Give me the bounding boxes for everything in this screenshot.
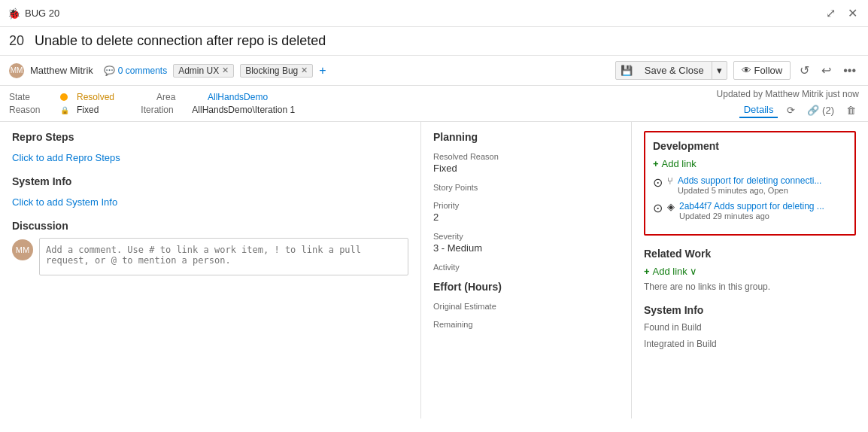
tab-details[interactable]: Details xyxy=(739,102,778,118)
commit-icon-2: ◈ xyxy=(667,201,675,212)
dev-item-2-desc: Adds support for deleting ... xyxy=(714,201,824,211)
reason-row: Reason 🔒 Fixed Iteration AllHandsDemo\It… xyxy=(9,105,717,115)
meta-rows-left: State Resolved Area AllHandsDemo Reason … xyxy=(9,92,717,115)
dev-item-2-commit: 2ab44f7 xyxy=(679,201,712,211)
tag-close-blocking-bug[interactable]: ✕ xyxy=(301,65,308,75)
activity-label: Activity xyxy=(433,263,619,272)
development-section: Development + Add link ⊙ ⑂ Adds support … xyxy=(644,131,856,236)
system-info-title: System Info xyxy=(12,175,408,187)
no-links-text: There are no links in this group. xyxy=(644,281,856,292)
dev-item-1-text[interactable]: Adds support for deleting connecti... xyxy=(678,175,821,186)
save-close-button: 💾 Save & Close ▾ xyxy=(615,61,727,80)
add-tag-button[interactable]: + xyxy=(319,64,326,78)
add-link-dropdown-label: Add link ∨ xyxy=(653,266,698,277)
add-link-label: Add link xyxy=(662,158,697,169)
github-icon-2: ⊙ xyxy=(653,201,663,215)
comment-icon: 💬 xyxy=(104,65,115,76)
integrated-in-build-label: Integrated in Build xyxy=(644,339,856,349)
state-label: State xyxy=(9,92,54,102)
more-button[interactable]: ••• xyxy=(840,61,859,81)
resolved-reason-value[interactable]: Fixed xyxy=(433,163,619,174)
severity-value[interactable]: 3 - Medium xyxy=(433,242,619,254)
development-title: Development xyxy=(653,140,847,152)
resolved-reason-label: Resolved Reason xyxy=(433,152,619,161)
bug-icon: 🐞 xyxy=(8,8,20,20)
save-icon: 💾 xyxy=(616,62,637,79)
story-points-label: Story Points xyxy=(433,183,619,192)
area-value[interactable]: AllHandsDemo xyxy=(208,92,268,102)
state-value[interactable]: Resolved xyxy=(77,92,114,102)
follow-button[interactable]: 👁 Follow xyxy=(733,61,791,80)
left-panel: Repro Steps Click to add Repro Steps Sys… xyxy=(0,122,421,418)
discussion-title: Discussion xyxy=(12,220,408,232)
original-estimate-field: Original Estimate xyxy=(433,302,619,311)
save-close-arrow[interactable]: ▾ xyxy=(712,62,727,79)
effort-title: Effort (Hours) xyxy=(433,281,619,293)
lock-icon: 🔒 xyxy=(60,106,69,114)
planning-title: Planning xyxy=(433,131,619,143)
remaining-label: Remaining xyxy=(433,320,619,329)
undo-button[interactable]: ↩ xyxy=(818,60,834,81)
dev-item-2-meta: Updated 29 minutes ago xyxy=(679,211,824,221)
reason-value: Fixed xyxy=(77,105,99,115)
related-work-title: Related Work xyxy=(644,248,856,260)
severity-label: Severity xyxy=(433,232,619,241)
iteration-value[interactable]: AllHandsDemo\Iteration 1 xyxy=(192,105,295,115)
meta-container: State Resolved Area AllHandsDemo Reason … xyxy=(0,86,868,122)
expand-button[interactable]: ⤢ xyxy=(823,5,839,22)
priority-value[interactable]: 2 xyxy=(433,211,619,223)
system-info-add[interactable]: Click to add System Info xyxy=(12,193,408,211)
avatar: MM xyxy=(9,63,24,78)
pr-icon-1: ⑂ xyxy=(667,175,673,187)
refresh-button[interactable]: ↺ xyxy=(797,60,812,81)
middle-panel: Planning Resolved Reason Fixed Story Poi… xyxy=(421,122,632,418)
commenter-avatar: MM xyxy=(12,239,33,260)
original-estimate-label: Original Estimate xyxy=(433,302,619,311)
tag-admin-ux: Admin UX ✕ xyxy=(173,64,234,78)
eye-icon: 👁 xyxy=(742,65,751,76)
remaining-field: Remaining xyxy=(433,320,619,329)
found-in-build-label: Found in Build xyxy=(644,322,856,333)
related-work-section: Related Work + Add link ∨ There are no l… xyxy=(644,248,856,292)
right-panel: Development + Add link ⊙ ⑂ Adds support … xyxy=(632,122,868,418)
history-button[interactable]: ⟳ xyxy=(784,103,798,117)
tag-label: Blocking Bug xyxy=(245,65,298,76)
save-close-label[interactable]: Save & Close xyxy=(637,62,712,79)
title-bar: 🐞 BUG 20 ⤢ ✕ xyxy=(0,0,868,27)
dev-add-link-button[interactable]: + Add link xyxy=(653,158,697,169)
close-button[interactable]: ✕ xyxy=(845,5,860,22)
github-icon-1: ⊙ xyxy=(653,175,663,190)
comment-input[interactable] xyxy=(39,238,408,275)
title-bar-text: BUG 20 xyxy=(25,8,59,19)
reason-label: Reason xyxy=(9,105,54,115)
dev-item-2: ⊙ ◈ 2ab44f7 Adds support for deleting ..… xyxy=(653,201,847,221)
priority-field: Priority 2 xyxy=(433,201,619,223)
found-in-build-field: Found in Build xyxy=(644,322,856,333)
follow-label: Follow xyxy=(754,65,783,76)
title-bar-actions: ⤢ ✕ xyxy=(823,5,860,22)
repro-steps-title: Repro Steps xyxy=(12,131,408,143)
dev-item-1-meta: Updated 5 minutes ago, Open xyxy=(678,186,821,195)
content-area: Repro Steps Click to add Repro Steps Sys… xyxy=(0,122,868,418)
assignee-name: Matthew Mitrik xyxy=(30,65,93,76)
state-row: State Resolved Area AllHandsDemo xyxy=(9,92,717,102)
iteration-label: Iteration xyxy=(141,105,186,115)
comment-area: MM xyxy=(12,238,408,275)
right-system-info-title: System Info xyxy=(644,304,856,316)
tag-blocking-bug: Blocking Bug ✕ xyxy=(240,64,313,78)
tabs-row: Details ⟳ 🔗 (2) 🗑 xyxy=(739,102,859,118)
work-item-header: 20 Unable to delete connection after rep… xyxy=(0,27,868,56)
plus-icon: + xyxy=(653,158,659,169)
story-points-field: Story Points xyxy=(433,183,619,192)
related-add-link-button[interactable]: + Add link ∨ xyxy=(644,266,697,277)
links-button[interactable]: 🔗 (2) xyxy=(804,103,837,117)
work-item-id: 20 xyxy=(9,33,24,49)
comments-button[interactable]: 💬 0 comments xyxy=(104,65,167,76)
tag-close-admin-ux[interactable]: ✕ xyxy=(222,65,229,75)
resolved-reason-field: Resolved Reason Fixed xyxy=(433,152,619,174)
repro-steps-add[interactable]: Click to add Repro Steps xyxy=(12,149,408,166)
state-dot xyxy=(60,93,68,101)
dev-item-2-text[interactable]: 2ab44f7 Adds support for deleting ... xyxy=(679,201,824,211)
delete-button[interactable]: 🗑 xyxy=(843,103,859,117)
integrated-in-build-field: Integrated in Build xyxy=(644,339,856,349)
